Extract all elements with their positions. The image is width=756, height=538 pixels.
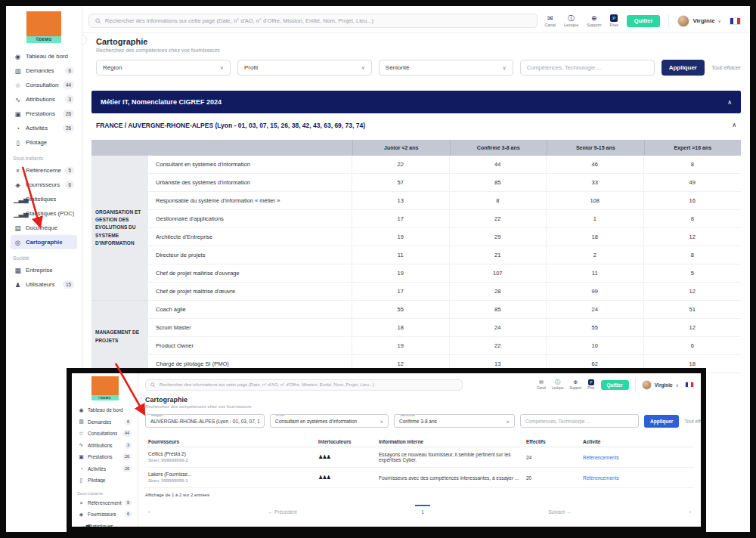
sidebar-item-pilotage[interactable]: ▯Pilotage (76, 475, 134, 487)
table-row[interactable]: Consultant en systèmes d'information2244… (148, 156, 741, 174)
piter-button[interactable]: PPiter (609, 14, 618, 27)
search-bar[interactable] (145, 379, 463, 391)
seniorite-select[interactable]: Séniorité∨ (379, 60, 513, 76)
sidebar-item-cartographie[interactable]: ◎Cartographie (11, 235, 77, 249)
table-row[interactable]: Responsable du système d'information « m… (148, 192, 741, 210)
sidebar-item-prestations[interactable]: ▣Prestations26 (11, 107, 77, 121)
lexique-button[interactable]: ⓘLexique (564, 14, 578, 27)
nomenclature-section-header[interactable]: Métier IT, Nomenclature CIGREF 2024 ∧ (91, 91, 741, 113)
referencements-link[interactable]: Référencements (580, 455, 694, 460)
count-badge: 5 (125, 499, 132, 506)
language-flag-fr[interactable] (685, 382, 694, 388)
sidebar-item-label: Utilisateurs (26, 281, 55, 288)
star-icon: ☆ (78, 431, 85, 437)
sidebar-item-pilotage[interactable]: ▯Pilotage (11, 135, 77, 150)
sidebar-item-label: Prestations (26, 110, 55, 117)
supplier-row[interactable]: Lakers (Fournisse...Siren: 999999999-1♟♟… (145, 468, 694, 488)
canal-button[interactable]: ✉Canal (537, 379, 546, 390)
competences-input[interactable] (520, 414, 639, 428)
count-cell: 22 (450, 210, 547, 227)
filter-bar: Région AUVERGNE-RHONE-ALPES (Lyon - 01, … (145, 414, 694, 428)
interlocuteurs-icon[interactable]: ♟♟♟ (315, 454, 376, 460)
sidebar-item-label: Pilotage (88, 478, 106, 483)
sidebar-item-entreprise[interactable]: ▦Entreprise (11, 263, 77, 277)
piter-icon: P (610, 14, 618, 22)
sidebar-item-tableau-de-bord[interactable]: ◉Tableau de bord (76, 404, 134, 416)
profil-select[interactable]: Profil∨ (237, 60, 372, 76)
sidebar-item-referencements[interactable]: ×Référencements5 (11, 163, 77, 178)
competences-input[interactable] (520, 60, 655, 76)
sidebar-collapse-button[interactable]: ‹ (138, 394, 145, 402)
sidebar-item-utilisateurs[interactable]: ♟Utilisateurs15 (11, 277, 77, 292)
pagination-prev[interactable]: ← Précédent (268, 505, 297, 515)
clear-all-link[interactable]: Tout effacer (711, 64, 741, 71)
piter-button[interactable]: PPiter (587, 379, 594, 390)
search-input[interactable] (160, 382, 457, 387)
screenshot-canvas: ©DEMO ◉Tableau de bord▥Demandes6☆Consult… (0, 0, 756, 538)
table-row[interactable]: Urbaniste des systèmes d'information5785… (148, 174, 741, 192)
quit-button[interactable]: Quitter (627, 15, 661, 27)
sidebar-item-statistiques[interactable]: ▁▃▅Statistiques (11, 192, 77, 206)
app-logo[interactable]: ©DEMO (91, 376, 119, 400)
seniorite-label: Séniorité (398, 414, 417, 417)
search-input[interactable] (105, 17, 531, 24)
table-row[interactable]: Product Owner1922106 (148, 337, 741, 355)
logo-mark (26, 11, 61, 36)
sidebar-item-activites[interactable]: ◔Activités26 (11, 121, 77, 135)
count-cell: 16 (644, 192, 742, 209)
pagination-next[interactable]: Suivant → (548, 505, 571, 515)
sidebar-item-statistiques-poc[interactable]: ▁▃▅Statistiques (POC) (11, 206, 77, 221)
sidebar-item-demandes[interactable]: ▥Demandes6 (76, 416, 134, 428)
referencements-link[interactable]: Référencements (580, 475, 694, 481)
quit-button[interactable]: Quitter (601, 380, 629, 390)
sidebar-item-consultations[interactable]: ☆Consultations44 (76, 428, 134, 440)
support-button[interactable]: ⊕Support (570, 379, 582, 390)
app-logo[interactable]: ©DEMO (26, 11, 61, 43)
sidebar-item-statistiques[interactable]: ▁▃▅Statistiques (76, 521, 134, 527)
interlocuteurs-icon[interactable]: ♟♟♟ (315, 475, 376, 481)
table-row[interactable]: Coach agile55852451 (148, 301, 741, 319)
sidebar-item-label: Prestations (88, 454, 113, 459)
table-row[interactable]: Scrum Master18245512 (148, 319, 741, 337)
table-row[interactable]: Chef de projet maîtrise d'œuvre17289912 (148, 283, 741, 301)
user-menu[interactable]: Virginie ∨ (642, 380, 679, 390)
sidebar-item-referencements[interactable]: ×Référencements5 (76, 497, 134, 509)
supplier-row[interactable]: Celtics (Presta 2)Siren: 999999999-2♟♟♟E… (145, 447, 694, 468)
sidebar-item-tableau-de-bord[interactable]: ◉Tableau de bord (11, 49, 77, 63)
seniorite-select[interactable]: Séniorité Confirmé 3-8 ans ∨ (394, 414, 515, 428)
search-bar[interactable] (88, 14, 538, 28)
sidebar-item-attributions[interactable]: ∿Attributions3 (11, 92, 77, 107)
region-select[interactable]: Région∨ (96, 60, 231, 76)
sidebar-item-label: Cartographie (26, 239, 63, 246)
table-row[interactable]: Architecte d'Entreprise19291812 (148, 228, 741, 246)
apply-button[interactable]: Appliquer (644, 415, 679, 428)
clear-all-link[interactable]: Tout effacer (684, 419, 701, 424)
sidebar-item-prestations[interactable]: ▣Prestations26 (76, 451, 134, 463)
sidebar-item-docutheque[interactable]: ▤Docuthèque (11, 221, 77, 235)
pagination-last[interactable]: › (689, 505, 691, 515)
region-select[interactable]: Région AUVERGNE-RHONE-ALPES (Lyon - 01, … (145, 414, 265, 428)
language-flag-fr[interactable] (730, 17, 741, 25)
profil-select[interactable]: Profil Consultant en systèmes d'informat… (270, 414, 389, 428)
sidebar-item-demandes[interactable]: ▥Demandes6 (11, 63, 77, 78)
supplier-name: Lakers (Fournisse... (148, 471, 315, 478)
lexique-button[interactable]: ⓘLexique (552, 379, 564, 390)
sidebar-item-fournisseurs[interactable]: ◈Fournisseurs6 (11, 178, 77, 192)
pagination-first[interactable]: ‹ (148, 505, 150, 515)
canal-button[interactable]: ✉Canal (545, 14, 556, 27)
sidebar-item-activites[interactable]: ◔Activités26 (76, 463, 134, 475)
user-menu[interactable]: Virginie ∨ (677, 15, 721, 27)
sidebar-item-label: Fournisseurs (88, 512, 116, 517)
support-icon: ⊕ (573, 379, 578, 385)
sidebar-item-fournisseurs[interactable]: ◈Fournisseurs6 (76, 509, 134, 521)
apply-button[interactable]: Appliquer (662, 60, 705, 76)
support-button[interactable]: ⊕Support (587, 14, 601, 27)
pagination-page-1[interactable]: 1 (415, 505, 430, 515)
table-row[interactable]: Directeur de projets112128 (148, 246, 741, 264)
region-section-header[interactable]: FRANCE / AUVERGNE-RHONE-ALPES (Lyon - 01… (91, 115, 741, 135)
profile-name: Product Owner (148, 337, 352, 354)
table-row[interactable]: Gestionnaire d'applications172218 (148, 210, 741, 228)
table-row[interactable]: Chef de projet maîtrise d'ouvrage1910711… (148, 264, 741, 283)
sidebar-item-attributions[interactable]: ∿Attributions3 (76, 440, 134, 452)
sidebar-item-consultations[interactable]: ☆Consultations44 (11, 78, 77, 92)
